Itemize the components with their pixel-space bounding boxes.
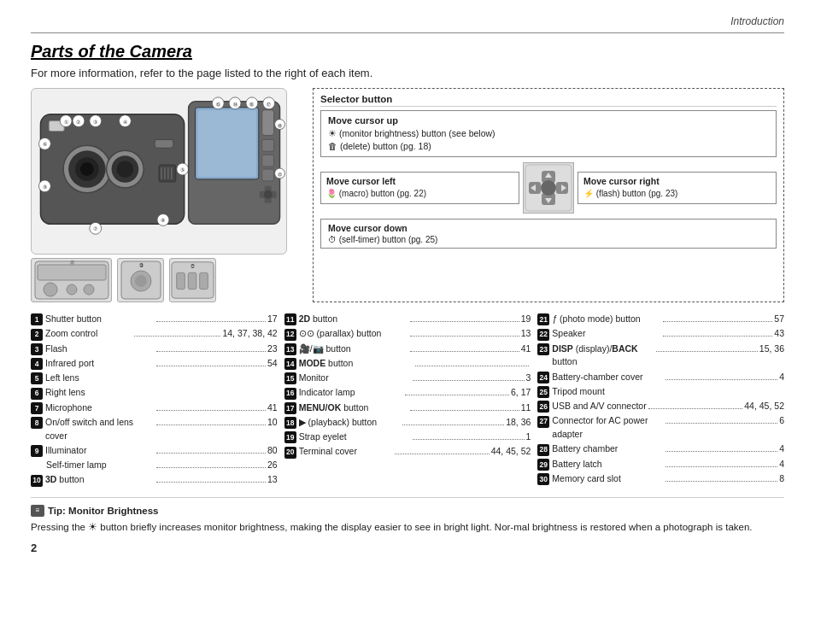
- svg-text:⑳: ⑳: [69, 260, 73, 265]
- items-grid: 1 Shutter button 17 2 Zoom control 14, 3…: [31, 313, 784, 489]
- item-name: Battery chamber: [552, 442, 664, 456]
- list-item: 27 Connector for AC power adapter 6: [537, 414, 784, 442]
- item-page: 13: [267, 473, 278, 487]
- item-page: 10: [267, 416, 278, 430]
- list-item: 17 MENU/OK button 11: [284, 401, 531, 415]
- item-name: Indicator lamp: [299, 386, 403, 400]
- item-number-badge: 13: [284, 343, 296, 355]
- item-dots: [402, 424, 504, 425]
- list-item: 28 Battery chamber 4: [537, 442, 784, 456]
- item-name: MODE button: [299, 357, 413, 371]
- item-dots: [413, 439, 525, 440]
- item-page: 6, 17: [511, 386, 531, 400]
- svg-text:⑱: ⑱: [278, 123, 282, 128]
- list-item: 1 Shutter button 17: [31, 313, 278, 326]
- item-name: 2D button: [299, 313, 408, 326]
- svg-text:⑨: ⑨: [43, 184, 47, 190]
- move-cursor-right-box: Move cursor right ⚡ (flash) button (pg. …: [578, 172, 777, 204]
- item-number-badge: 26: [537, 401, 549, 413]
- item-dots: [405, 395, 509, 395]
- svg-text:②: ②: [76, 119, 80, 125]
- svg-rect-14: [155, 139, 173, 148]
- item-name: Microphone: [45, 401, 155, 415]
- list-item: 5 Left lens: [31, 372, 278, 385]
- item-name: Self-timer lamp: [46, 459, 155, 472]
- svg-point-65: [135, 275, 147, 287]
- item-dots: [665, 379, 777, 380]
- svg-rect-58: [38, 265, 106, 280]
- item-number-badge: 4: [31, 358, 43, 370]
- item-dots: [413, 380, 525, 381]
- item-dots: [410, 321, 519, 322]
- item-number-badge: 6: [31, 388, 43, 400]
- move-up-line1: ☀ (monitor brightness) button (see below…: [328, 127, 769, 140]
- svg-point-59: [44, 283, 57, 296]
- item-name: Infrared port: [45, 357, 155, 371]
- item-number-badge: 27: [537, 416, 549, 428]
- item-name: Left lens: [45, 372, 278, 385]
- list-item: 6 Right lens: [31, 386, 278, 400]
- list-item: 2 Zoom control 14, 37, 38, 42: [31, 327, 278, 341]
- list-item: Self-timer lamp 26: [31, 459, 278, 472]
- item-page: 14, 37, 38, 42: [222, 327, 277, 341]
- svg-point-7: [117, 161, 134, 178]
- move-up-text: ☀ (monitor brightness) button (see below…: [328, 127, 769, 152]
- list-item: 23 DISP (display)/BACK button 15, 36: [537, 342, 784, 370]
- svg-text:⑳: ⑳: [278, 172, 282, 177]
- item-page: 80: [267, 444, 278, 458]
- item-dots: [156, 467, 265, 468]
- move-right-text: ⚡ (flash) button (pg. 23): [583, 188, 771, 200]
- svg-text:⑧: ⑧: [161, 217, 165, 223]
- list-item: 22 Speaker 43: [537, 327, 784, 341]
- move-up-line2: 🗑 (delete) button (pg. 18): [328, 140, 769, 153]
- move-cursor-down-box: Move cursor down ⏱ (self-timer) button (…: [320, 219, 777, 249]
- list-item: 4 Infrared port 54: [31, 357, 278, 371]
- item-dots: [410, 336, 519, 337]
- item-page: 1: [526, 430, 531, 444]
- item-page: 11: [521, 401, 531, 415]
- item-name: USB and A/V connector: [552, 400, 646, 413]
- svg-rect-70: [200, 272, 208, 289]
- tip-box: ≡ Tip: Monitor Brightness Pressing the ☀…: [31, 497, 784, 535]
- svg-rect-39: [262, 169, 274, 181]
- selector-panel-title: Selector button: [320, 94, 777, 107]
- list-item: 11 2D button 19: [284, 313, 531, 326]
- item-name: Illuminator: [45, 444, 155, 458]
- item-number-badge: 22: [537, 329, 549, 341]
- svg-point-44: [264, 190, 273, 199]
- item-name: MENU/OK button: [299, 401, 408, 415]
- item-dots: [663, 321, 772, 322]
- item-number-badge: 19: [284, 431, 296, 443]
- move-left-text: 🌷 (macro) button (pg. 22): [326, 188, 513, 200]
- svg-rect-37: [262, 139, 274, 151]
- item-name: Battery-chamber cover: [552, 371, 664, 384]
- list-item: 18 ▶ (playback) button 18, 36: [284, 416, 531, 430]
- list-item: 3 Flash 23: [31, 342, 278, 356]
- item-number-badge: 10: [31, 475, 43, 487]
- item-number-badge: 7: [31, 402, 43, 414]
- svg-text:㉗: ㉗: [191, 264, 195, 268]
- svg-text:①: ①: [64, 119, 68, 125]
- item-page: 8: [779, 472, 784, 486]
- item-page: 18, 36: [506, 416, 531, 430]
- svg-text:⑤: ⑤: [180, 167, 185, 173]
- move-left-title: Move cursor left: [326, 176, 513, 186]
- section-title: Parts of the Camera: [31, 42, 784, 61]
- diagram-bottom: ⑳ ㉘: [31, 258, 287, 302]
- svg-point-60: [67, 284, 77, 295]
- list-item: 13 🎥/📷 button 41: [284, 342, 531, 356]
- item-number-badge: 18: [284, 417, 296, 429]
- svg-text:⑯: ⑯: [249, 102, 254, 107]
- svg-rect-38: [262, 155, 274, 167]
- item-dots: [648, 408, 742, 409]
- item-name: Monitor: [299, 372, 411, 385]
- item-name: Tripod mount: [552, 385, 784, 399]
- item-dots: [156, 482, 266, 483]
- item-page: 6: [779, 414, 784, 428]
- list-item: 9 Illuminator 80: [31, 444, 278, 458]
- list-item: 26 USB and A/V connector 44, 45, 52: [537, 400, 784, 413]
- item-dots: [665, 451, 777, 452]
- item-name: Zoom control: [45, 327, 132, 341]
- header-title: Introduction: [730, 15, 784, 27]
- item-number-badge: 28: [537, 444, 549, 456]
